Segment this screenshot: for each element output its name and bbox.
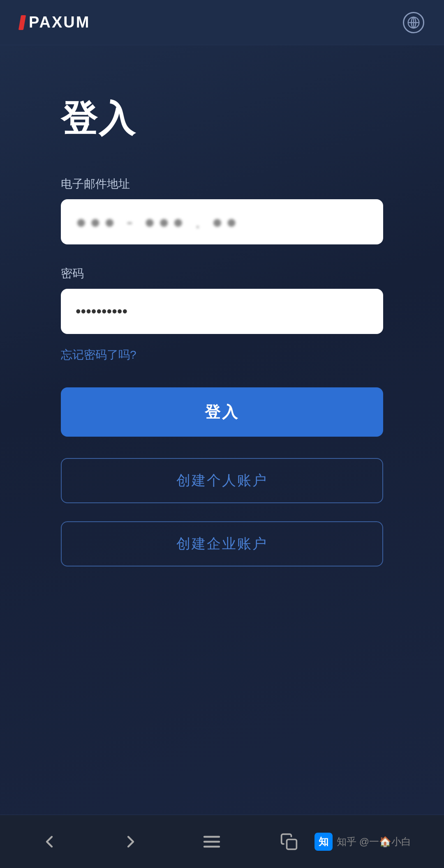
zhihu-icon: 知	[314, 833, 333, 851]
login-form: 电子邮件地址 ●●● - ●●● . ●● 密码 忘记密码了吗? 登入 创建个人…	[61, 176, 383, 585]
logo-accent-icon	[18, 15, 26, 30]
copy-button[interactable]	[277, 829, 301, 854]
watermark: 知 知乎 @一🏠小白	[314, 833, 411, 851]
password-field-group: 密码	[61, 266, 383, 334]
logo-text: PAXUM	[29, 14, 90, 31]
login-button[interactable]: 登入	[61, 387, 383, 437]
password-label: 密码	[61, 266, 383, 281]
email-input-display[interactable]: ●●● - ●●● . ●●	[61, 199, 383, 244]
main-content: 登入 电子邮件地址 ●●● - ●●● . ●● 密码 忘记密码了吗? 登入 创…	[0, 45, 444, 815]
logo: PAXUM	[20, 14, 90, 31]
language-selector-button[interactable]	[403, 12, 424, 33]
email-field-group: 电子邮件地址 ●●● - ●●● . ●●	[61, 176, 383, 244]
menu-button[interactable]	[195, 825, 228, 858]
back-button[interactable]	[33, 825, 66, 858]
page-title: 登入	[61, 94, 136, 143]
email-label: 电子邮件地址	[61, 176, 383, 192]
create-business-account-button[interactable]: 创建企业账户	[61, 521, 383, 566]
svg-rect-7	[287, 839, 296, 849]
forward-button[interactable]	[114, 825, 147, 858]
password-input[interactable]	[61, 289, 383, 334]
create-personal-account-button[interactable]: 创建个人账户	[61, 458, 383, 503]
bottom-navigation: 知 知乎 @一🏠小白	[0, 815, 444, 868]
email-blurred-value: ●●● - ●●● . ●●	[76, 212, 240, 232]
bottom-nav-right: 知 知乎 @一🏠小白	[277, 829, 411, 854]
navbar: PAXUM	[0, 0, 444, 45]
watermark-text: 知乎 @一🏠小白	[337, 835, 411, 848]
forgot-password-link[interactable]: 忘记密码了吗?	[61, 347, 383, 363]
